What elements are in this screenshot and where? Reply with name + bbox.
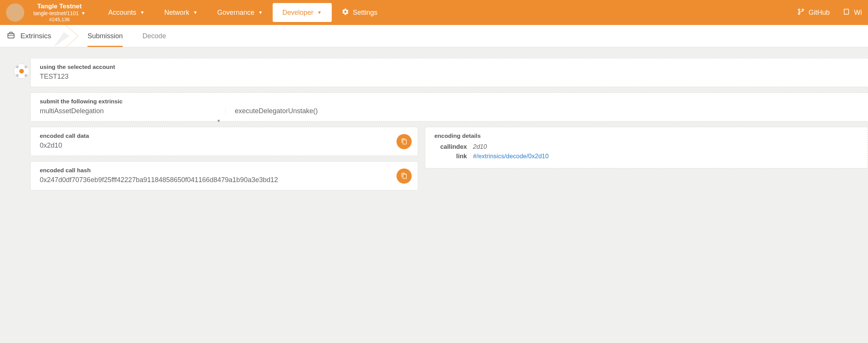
pallet-selector[interactable]: multiAssetDelegation ▼ bbox=[40, 107, 225, 115]
extrinsic-panel-label: submit the following extrinsic bbox=[40, 98, 868, 105]
link-label: link bbox=[434, 153, 467, 160]
nav-settings[interactable]: Settings bbox=[332, 3, 387, 22]
pallet-selector-value: multiAssetDelegation bbox=[40, 107, 225, 115]
copy-icon bbox=[401, 173, 407, 179]
breadcrumb-arrow bbox=[66, 25, 78, 47]
tab-decode-label: Decode bbox=[142, 32, 166, 40]
primary-nav: Accounts ▼ Network ▼ Governance ▼ Develo… bbox=[98, 3, 387, 22]
nav-accounts[interactable]: Accounts ▼ bbox=[98, 3, 155, 22]
encoded-call-hash-panel: encoded call hash 0x247d0df70736eb9f25ff… bbox=[30, 161, 418, 190]
briefcase-icon bbox=[7, 31, 15, 41]
chevron-down-icon: ▼ bbox=[81, 11, 86, 16]
nav-github[interactable]: GitHub bbox=[797, 8, 830, 17]
git-branch-icon bbox=[797, 8, 805, 17]
encoded-call-hash-label: encoded call hash bbox=[40, 167, 409, 174]
chevron-down-icon: ▼ bbox=[193, 10, 198, 15]
chevron-down-icon: ▼ bbox=[140, 10, 145, 15]
tab-submission-label: Submission bbox=[87, 32, 123, 40]
chain-spec: tangle-testnet/1101 bbox=[33, 10, 79, 17]
book-icon bbox=[843, 8, 850, 17]
call-selector[interactable]: executeDelegatorUnstake() bbox=[225, 107, 868, 115]
nav-wiki[interactable]: Wi bbox=[843, 8, 862, 17]
chain-selector[interactable]: Tangle Testnet tangle-testnet/1101 ▼ #24… bbox=[33, 3, 86, 23]
chain-name: Tangle Testnet bbox=[37, 3, 81, 10]
svg-rect-3 bbox=[8, 33, 14, 38]
encoding-details-panel: encoding details callindex 2d10 link #/e… bbox=[425, 127, 868, 168]
block-number: #245,136 bbox=[49, 17, 70, 23]
encoded-call-data-label: encoded call data bbox=[40, 133, 409, 139]
page-heading: Extrinsics bbox=[7, 25, 69, 47]
nav-governance[interactable]: Governance ▼ bbox=[208, 3, 273, 22]
callindex-value: 2d10 bbox=[473, 143, 487, 150]
svg-point-2 bbox=[798, 12, 800, 14]
encoded-call-data-value: 0x2d10 bbox=[40, 142, 409, 150]
chain-logo[interactable] bbox=[6, 3, 24, 22]
account-panel-value: TEST123 bbox=[40, 73, 868, 81]
chevron-down-icon: ▼ bbox=[317, 10, 322, 15]
page-heading-label: Extrinsics bbox=[20, 32, 51, 40]
account-identicon[interactable] bbox=[14, 64, 29, 79]
nav-developer[interactable]: Developer ▼ bbox=[273, 3, 332, 22]
page-content: using the selected account TEST123 submi… bbox=[0, 47, 868, 196]
nav-network-label: Network bbox=[164, 9, 189, 17]
call-selector-value: executeDelegatorUnstake() bbox=[235, 107, 868, 115]
sub-navbar: Extrinsics Submission Decode bbox=[0, 25, 868, 47]
nav-settings-label: Settings bbox=[353, 9, 378, 17]
encoded-call-hash-value: 0x247d0df70736eb9f25fff42227ba9118485865… bbox=[40, 176, 409, 184]
chevron-down-icon: ▼ bbox=[217, 118, 221, 123]
extrinsic-panel: submit the following extrinsic multiAsse… bbox=[30, 92, 868, 122]
svg-point-1 bbox=[802, 9, 804, 10]
nav-accounts-label: Accounts bbox=[108, 9, 136, 17]
callindex-label: callindex bbox=[434, 143, 467, 150]
copy-icon bbox=[401, 138, 407, 145]
nav-network[interactable]: Network ▼ bbox=[155, 3, 208, 22]
tab-submission[interactable]: Submission bbox=[78, 25, 133, 47]
top-nav-right: GitHub Wi bbox=[797, 8, 862, 17]
tab-decode[interactable]: Decode bbox=[133, 25, 176, 47]
account-panel-label: using the selected account bbox=[40, 64, 868, 70]
top-navbar: Tangle Testnet tangle-testnet/1101 ▼ #24… bbox=[0, 0, 868, 25]
encoded-column: encoded call data 0x2d10 encoded call ha… bbox=[30, 127, 418, 196]
nav-github-label: GitHub bbox=[809, 9, 830, 17]
copy-call-hash-button[interactable] bbox=[397, 168, 412, 184]
encoded-call-data-panel: encoded call data 0x2d10 bbox=[30, 127, 418, 156]
copy-call-data-button[interactable] bbox=[397, 134, 412, 149]
nav-developer-label: Developer bbox=[283, 9, 314, 17]
decode-link[interactable]: #/extrinsics/decode/0x2d10 bbox=[473, 153, 549, 160]
gears-icon bbox=[342, 8, 349, 17]
svg-point-0 bbox=[798, 9, 800, 10]
encoding-details-title: encoding details bbox=[434, 133, 859, 139]
chevron-down-icon: ▼ bbox=[258, 10, 263, 15]
nav-wiki-label: Wi bbox=[854, 9, 862, 17]
nav-governance-label: Governance bbox=[217, 9, 254, 17]
account-panel[interactable]: using the selected account TEST123 bbox=[30, 58, 868, 87]
